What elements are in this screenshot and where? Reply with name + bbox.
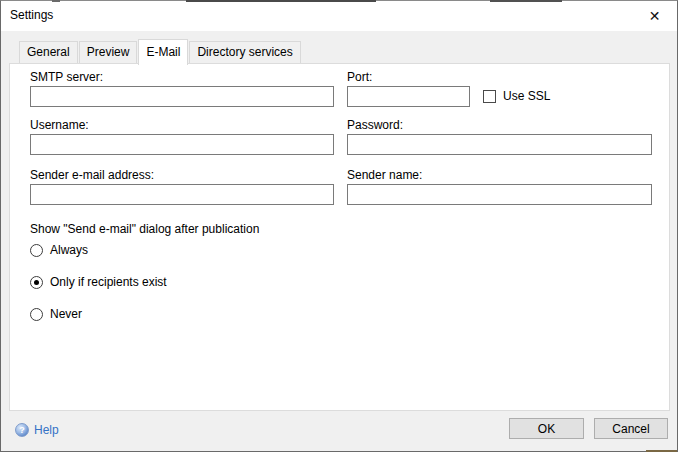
tab-label: E-Mail <box>146 45 180 59</box>
sender-email-input[interactable] <box>30 184 334 205</box>
close-icon: ✕ <box>649 8 661 24</box>
port-input[interactable] <box>347 86 470 107</box>
radio-icon <box>30 276 43 289</box>
help-label: Help <box>34 423 59 437</box>
sender-name-input[interactable] <box>347 184 652 205</box>
sender-email-label: Sender e-mail address: <box>30 168 154 182</box>
background-app-sliver <box>490 0 562 2</box>
help-link[interactable]: ? Help <box>15 423 59 437</box>
tab-email[interactable]: E-Mail <box>138 39 188 65</box>
username-input[interactable] <box>30 134 334 155</box>
dialog-titlebar[interactable]: Settings ✕ <box>1 1 677 31</box>
radio-label: Only if recipients exist <box>50 275 167 289</box>
checkbox-icon <box>483 90 496 103</box>
tab-label: Preview <box>87 45 130 59</box>
radio-only-if-recipients-exist[interactable]: Only if recipients exist <box>30 275 167 289</box>
radio-icon <box>30 308 43 321</box>
background-app-sliver <box>52 0 60 2</box>
tab-general[interactable]: General <box>19 41 78 63</box>
tab-directory-services[interactable]: Directory services <box>189 41 300 63</box>
radio-label: Never <box>50 307 82 321</box>
password-label: Password: <box>347 118 403 132</box>
username-label: Username: <box>30 118 89 132</box>
send-dialog-group-heading: Show "Send e-mail" dialog after publicat… <box>30 222 259 236</box>
radio-always[interactable]: Always <box>30 243 88 257</box>
radio-label: Always <box>50 243 88 257</box>
tab-strip: General Preview E-Mail Directory service… <box>19 38 302 63</box>
close-button[interactable]: ✕ <box>632 1 677 30</box>
screen: Settings ✕ General Preview E-Mail Direct… <box>0 0 678 452</box>
help-icon: ? <box>15 423 29 437</box>
smtp-server-label: SMTP server: <box>30 70 103 84</box>
tab-preview[interactable]: Preview <box>79 41 138 63</box>
email-tab-panel: SMTP server: Port: Use SSL Username: Pas… <box>9 63 670 411</box>
ok-button[interactable]: OK <box>509 418 584 439</box>
cancel-button[interactable]: Cancel <box>594 418 668 439</box>
sender-name-label: Sender name: <box>347 168 422 182</box>
use-ssl-label: Use SSL <box>503 89 550 103</box>
dialog-title: Settings <box>10 8 53 22</box>
tab-label: General <box>27 45 70 59</box>
settings-dialog: Settings ✕ General Preview E-Mail Direct… <box>0 0 678 452</box>
smtp-server-input[interactable] <box>30 86 334 107</box>
radio-never[interactable]: Never <box>30 307 82 321</box>
background-app-sliver <box>186 0 376 2</box>
radio-icon <box>30 244 43 257</box>
use-ssl-checkbox[interactable]: Use SSL <box>483 89 550 103</box>
port-label: Port: <box>347 70 372 84</box>
password-input[interactable] <box>347 134 652 155</box>
tab-label: Directory services <box>197 45 292 59</box>
